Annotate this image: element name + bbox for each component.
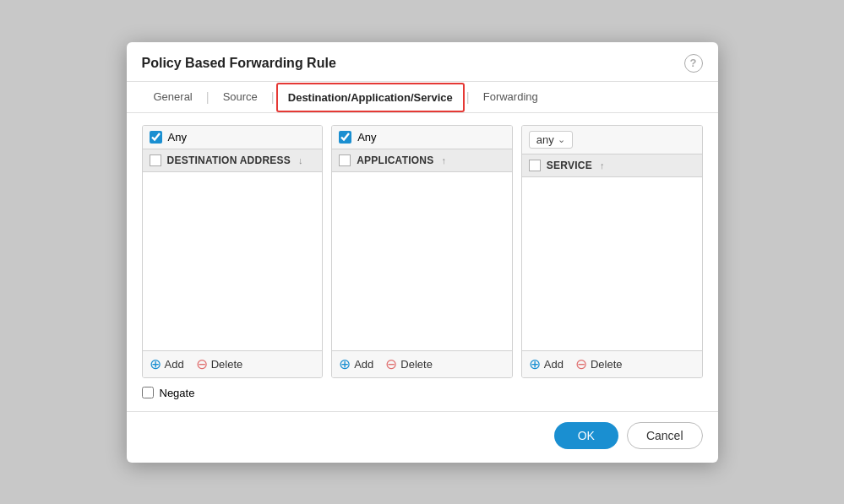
service-header-checkbox[interactable]	[529, 160, 541, 171]
destination-body	[143, 172, 323, 350]
service-delete-button[interactable]: ⊖ Delete	[575, 357, 623, 371]
service-dropdown-icon: ⌄	[558, 134, 565, 145]
service-delete-icon: ⊖	[575, 357, 587, 371]
destination-any-label: Any	[168, 131, 187, 144]
applications-add-label: Add	[354, 358, 373, 371]
tab-source[interactable]: Source	[211, 82, 270, 113]
applications-header: APPLICATIONS ↑	[332, 149, 512, 172]
destination-header-checkbox[interactable]	[150, 154, 161, 166]
tab-sep-2: |	[271, 89, 275, 104]
destination-header: DESTINATION ADDRESS ↓	[143, 149, 323, 172]
negate-checkbox[interactable]	[142, 387, 154, 398]
applications-delete-icon: ⊖	[385, 357, 397, 371]
dialog-footer: OK Cancel	[127, 411, 718, 463]
destination-delete-label: Delete	[211, 358, 243, 371]
service-add-label: Add	[544, 358, 564, 371]
service-add-button[interactable]: ⊕ Add	[529, 357, 564, 371]
service-footer: ⊕ Add ⊖ Delete	[522, 350, 702, 377]
service-dropdown[interactable]: any ⌄	[529, 131, 573, 149]
applications-header-label: APPLICATIONS	[357, 154, 433, 166]
destination-delete-button[interactable]: ⊖ Delete	[196, 357, 243, 371]
tab-sep-3: |	[466, 89, 470, 104]
dialog-body: Any DESTINATION ADDRESS ↓ ⊕ Add ⊖ Delete	[127, 113, 718, 411]
service-any-row: any ⌄	[522, 126, 702, 154]
negate-label: Negate	[160, 387, 195, 399]
service-header-label: SERVICE	[547, 160, 592, 171]
applications-header-checkbox[interactable]	[339, 154, 351, 166]
tabs-bar: General | Source | Destination/Applicati…	[127, 82, 718, 113]
service-delete-label: Delete	[591, 358, 623, 371]
applications-col: Any APPLICATIONS ↑ ⊕ Add ⊖ Delete	[331, 125, 513, 378]
dialog-header: Policy Based Forwarding Rule ?	[127, 42, 718, 82]
applications-footer: ⊕ Add ⊖ Delete	[332, 350, 512, 377]
applications-sort-icon[interactable]: ↑	[442, 155, 447, 165]
destination-header-label: DESTINATION ADDRESS	[167, 154, 291, 166]
tab-destination[interactable]: Destination/Application/Service	[276, 83, 465, 112]
applications-delete-button[interactable]: ⊖ Delete	[385, 357, 433, 371]
service-dropdown-value: any	[536, 133, 554, 146]
destination-add-button[interactable]: ⊕ Add	[150, 357, 184, 371]
destination-delete-icon: ⊖	[196, 357, 208, 371]
dialog: Policy Based Forwarding Rule ? General |…	[127, 42, 718, 463]
service-col: any ⌄ SERVICE ↑ ⊕ Add ⊖	[521, 125, 703, 378]
applications-delete-label: Delete	[400, 358, 433, 371]
help-icon[interactable]: ?	[684, 54, 703, 73]
destination-add-icon: ⊕	[150, 357, 161, 371]
destination-add-label: Add	[165, 358, 184, 371]
columns-container: Any DESTINATION ADDRESS ↓ ⊕ Add ⊖ Delete	[142, 125, 703, 378]
negate-row: Negate	[142, 387, 703, 399]
ok-button[interactable]: OK	[554, 422, 618, 449]
destination-any-row: Any	[143, 126, 323, 149]
destination-footer: ⊕ Add ⊖ Delete	[143, 350, 323, 377]
service-body	[522, 177, 702, 350]
service-sort-icon[interactable]: ↑	[600, 160, 605, 171]
tab-sep-1: |	[206, 89, 210, 104]
service-add-icon: ⊕	[529, 357, 541, 371]
applications-add-icon: ⊕	[339, 357, 351, 371]
cancel-button[interactable]: Cancel	[627, 422, 703, 449]
applications-any-row: Any	[332, 126, 512, 149]
destination-address-col: Any DESTINATION ADDRESS ↓ ⊕ Add ⊖ Delete	[142, 125, 324, 378]
service-header: SERVICE ↑	[522, 154, 702, 177]
destination-sort-icon[interactable]: ↓	[298, 155, 303, 165]
applications-any-checkbox[interactable]	[339, 131, 351, 144]
destination-any-checkbox[interactable]	[150, 131, 162, 144]
applications-add-button[interactable]: ⊕ Add	[339, 357, 373, 371]
applications-body	[332, 172, 512, 350]
tab-general[interactable]: General	[142, 82, 204, 113]
dialog-title: Policy Based Forwarding Rule	[142, 56, 336, 71]
tab-forwarding[interactable]: Forwarding	[471, 82, 550, 113]
applications-any-label: Any	[357, 131, 376, 144]
